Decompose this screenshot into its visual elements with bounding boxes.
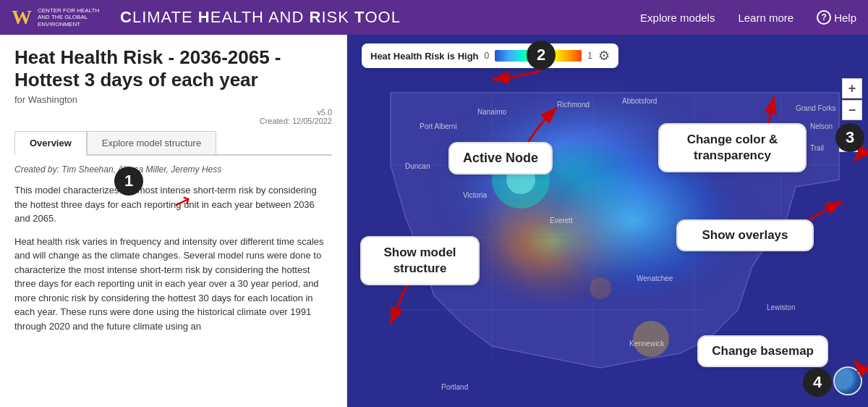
- step-1-circle: 1: [114, 167, 143, 196]
- header: W CENTER FOR HEALTH AND THE GLOBAL ENVIR…: [0, 0, 868, 35]
- zoom-controls: + −: [842, 78, 862, 120]
- callout-active-node: Active Node: [448, 142, 553, 175]
- tab-overview[interactable]: Overview: [14, 131, 87, 156]
- svg-text:Lewiston: Lewiston: [767, 303, 795, 311]
- tab-bar: Overview Explore model structure: [14, 131, 332, 156]
- callout-color-transparency: Change color &transparency: [658, 123, 807, 172]
- map-container[interactable]: Port Alberni Nanaimo Richmond Abbotsford…: [347, 35, 868, 407]
- tab-explore-model[interactable]: Explore model structure: [87, 131, 216, 154]
- uw-logo-icon: W: [12, 6, 32, 29]
- legend-max-value: 1: [587, 51, 592, 61]
- svg-text:Nelson: Nelson: [810, 122, 833, 130]
- legend-label: Heat Health Risk is High: [370, 51, 479, 62]
- svg-text:Portland: Portland: [441, 383, 468, 391]
- svg-text:Everett: Everett: [550, 217, 573, 225]
- legend-min-value: 0: [485, 51, 490, 61]
- svg-text:Richmond: Richmond: [557, 101, 590, 109]
- callout-show-overlays: Show overlays: [676, 219, 814, 251]
- svg-text:Grand Forks: Grand Forks: [796, 104, 836, 112]
- site-title: CLIMATE HEALTH and RISK TOOL: [120, 8, 640, 27]
- help-label: Help: [834, 12, 856, 24]
- org-name: CENTER FOR HEALTH AND THE GLOBAL ENVIRON…: [38, 7, 103, 28]
- legend-gear-icon[interactable]: ⚙: [598, 48, 610, 64]
- callout-show-model-structure: Show modelstructure: [360, 236, 480, 285]
- step-4-circle: 4: [803, 368, 832, 397]
- svg-text:Nanaimo: Nanaimo: [477, 108, 506, 116]
- zoom-in-button[interactable]: +: [842, 78, 862, 98]
- step-2-circle: 2: [527, 41, 556, 70]
- basemap-button[interactable]: [833, 366, 862, 395]
- left-panel: Heat Health Risk - 2036-2065 - Hottest 3…: [0, 35, 347, 407]
- page-title: Heat Health Risk - 2036-2065 - Hottest 3…: [14, 46, 332, 91]
- created-by: Created by: Tim Sheehan, Alyssa Miller, …: [14, 164, 332, 175]
- version-info: v5.0 Created: 12/05/2022: [14, 108, 332, 125]
- legend-bar: Heat Health Risk is High 0 1 ⚙: [362, 43, 618, 68]
- main-content: Heat Health Risk - 2036-2065 - Hottest 3…: [0, 35, 868, 407]
- svg-point-13: [633, 321, 669, 357]
- help-button[interactable]: ? Help: [817, 10, 856, 25]
- svg-point-14: [590, 277, 611, 299]
- svg-text:Kennewick: Kennewick: [629, 340, 665, 348]
- subtitle: for Washington: [14, 94, 332, 105]
- description-para-2: Heat health risk varies in frequency and…: [14, 235, 332, 334]
- svg-text:Abbotsford: Abbotsford: [622, 97, 657, 105]
- explore-models-link[interactable]: Explore models: [640, 12, 715, 24]
- svg-text:Duncan: Duncan: [405, 162, 430, 170]
- svg-text:Port Alberni: Port Alberni: [420, 122, 457, 130]
- zoom-out-button[interactable]: −: [842, 100, 862, 120]
- svg-text:Wenatchee: Wenatchee: [637, 274, 673, 282]
- header-logo: W CENTER FOR HEALTH AND THE GLOBAL ENVIR…: [12, 6, 103, 29]
- basemap-globe-icon: [835, 368, 861, 394]
- svg-text:Trail: Trail: [810, 144, 824, 152]
- svg-text:Victoria: Victoria: [463, 191, 488, 199]
- help-circle-icon: ?: [817, 10, 831, 25]
- callout-change-basemap: Change basemap: [697, 335, 828, 367]
- header-nav: Explore models Learn more ? Help: [640, 10, 856, 25]
- step-3-circle: 3: [835, 123, 864, 152]
- learn-more-link[interactable]: Learn more: [738, 12, 793, 24]
